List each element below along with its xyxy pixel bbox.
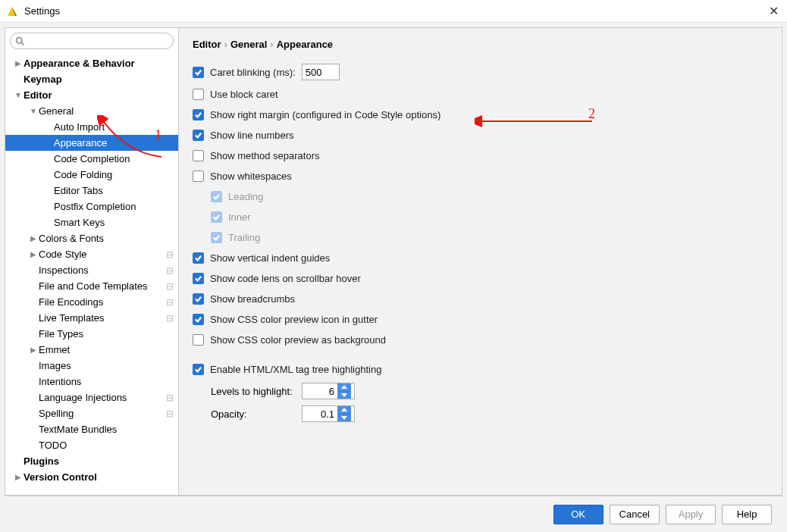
tree-item[interactable]: Live Templates⊟ xyxy=(5,310,178,326)
tree-item-label: Keymap xyxy=(24,74,174,85)
tree-item[interactable]: Keymap xyxy=(5,71,178,87)
tree-item-label: Editor xyxy=(24,89,174,101)
opt-whitespaces[interactable]: Show whitespaces xyxy=(193,169,768,183)
tree-item[interactable]: Auto Import xyxy=(5,119,178,135)
checkbox-icon[interactable] xyxy=(193,150,204,161)
tree-item[interactable]: ▼General xyxy=(5,103,178,119)
search-input-wrap[interactable] xyxy=(10,33,174,49)
label: Show CSS color preview as background xyxy=(210,334,386,346)
opt-line-numbers[interactable]: Show line numbers xyxy=(193,128,768,142)
scheme-icon: ⊟ xyxy=(166,265,174,276)
svg-point-0 xyxy=(17,37,22,42)
label: Show line numbers xyxy=(210,130,294,141)
tree-item[interactable]: Inspections⊟ xyxy=(5,262,178,278)
tree-item[interactable]: ▼Editor xyxy=(5,87,178,103)
tree-item[interactable]: Plugins xyxy=(5,453,178,469)
checkbox-icon[interactable] xyxy=(193,89,204,100)
checkbox-icon[interactable] xyxy=(193,252,204,264)
svg-marker-4 xyxy=(341,408,347,412)
opt-css-gutter[interactable]: Show CSS color preview icon in gutter xyxy=(193,312,768,326)
tree-item-label: Intentions xyxy=(39,376,174,387)
spinner-down-icon[interactable] xyxy=(337,392,351,399)
checkbox-icon[interactable] xyxy=(193,293,204,305)
search-input[interactable] xyxy=(28,36,168,46)
tree-item-label: Plugins xyxy=(24,455,174,467)
tree-item[interactable]: ▶Version Control xyxy=(5,469,178,485)
tree-item-label: Postfix Completion xyxy=(54,201,174,212)
checkbox-icon[interactable] xyxy=(193,314,204,325)
tree-item[interactable]: File Encodings⊟ xyxy=(5,294,178,310)
tree-item-label: General xyxy=(39,105,174,117)
tree-item-label: Spelling xyxy=(39,408,163,419)
tree-item-label: Editor Tabs xyxy=(54,185,174,196)
tree-item[interactable]: Spelling⊟ xyxy=(5,405,178,421)
tree-item[interactable]: Language Injections⊟ xyxy=(5,390,178,405)
tree-item[interactable]: Editor Tabs xyxy=(5,183,178,199)
caret-ms-input[interactable] xyxy=(302,64,340,80)
svg-marker-3 xyxy=(341,393,347,397)
label: Show breadcrumbs xyxy=(210,293,295,305)
label: Inner xyxy=(228,211,251,223)
tree-item[interactable]: File Types xyxy=(5,326,178,342)
spinner-up-icon[interactable] xyxy=(337,406,351,415)
opt-vertical-indent[interactable]: Show vertical indent guides xyxy=(193,251,768,264)
apply-button[interactable]: Apply xyxy=(666,505,716,524)
breadcrumb: Editor›General›Appearance xyxy=(193,39,768,50)
label: Show CSS color preview icon in gutter xyxy=(210,314,378,325)
tree-item[interactable]: ▶Emmet xyxy=(5,342,178,358)
opt-breadcrumbs[interactable]: Show breadcrumbs xyxy=(193,292,768,305)
opt-code-lens[interactable]: Show code lens on scrollbar hover xyxy=(193,271,768,285)
label: Show right margin (configured in Code St… xyxy=(210,109,441,120)
tree-item[interactable]: Appearance xyxy=(5,135,178,151)
checkbox-icon[interactable] xyxy=(193,273,204,284)
tree-item[interactable]: Postfix Completion xyxy=(5,199,178,214)
spinner-down-icon[interactable] xyxy=(337,415,351,422)
tree-item[interactable]: ▶Colors & Fonts xyxy=(5,230,178,246)
field-opacity: Opacity: xyxy=(211,405,768,422)
breadcrumb-editor: Editor xyxy=(193,39,221,50)
opt-right-margin[interactable]: Show right margin (configured in Code St… xyxy=(193,108,768,121)
svg-marker-2 xyxy=(341,385,347,389)
tree-item-label: File and Code Templates xyxy=(39,280,163,292)
svg-marker-5 xyxy=(341,416,347,420)
tree-item[interactable]: Code Folding xyxy=(5,167,178,183)
checkbox-icon[interactable] xyxy=(193,130,204,141)
tree-item[interactable]: TextMate Bundles xyxy=(5,421,178,437)
checkbox-icon[interactable] xyxy=(193,364,204,375)
checkbox-icon[interactable] xyxy=(193,334,204,346)
scheme-icon: ⊟ xyxy=(166,281,174,292)
settings-tree[interactable]: ▶Appearance & BehaviorKeymap▼Editor▼Gene… xyxy=(5,54,178,495)
tree-item[interactable]: File and Code Templates⊟ xyxy=(5,278,178,294)
label: Show code lens on scrollbar hover xyxy=(210,273,361,284)
label: Caret blinking (ms): xyxy=(210,67,296,78)
close-icon[interactable]: ✕ xyxy=(766,4,781,18)
tree-item[interactable]: Smart Keys xyxy=(5,214,178,230)
tree-item[interactable]: Intentions xyxy=(5,374,178,390)
opt-block-caret[interactable]: Use block caret xyxy=(193,87,768,101)
tree-item-label: Appearance xyxy=(54,137,174,149)
tree-item[interactable]: ▶Code Style⊟ xyxy=(5,246,178,262)
tree-item[interactable]: TODO xyxy=(5,437,178,453)
levels-spinner[interactable] xyxy=(302,383,355,399)
ok-button[interactable]: OK xyxy=(553,505,604,524)
opt-css-bg[interactable]: Show CSS color preview as background xyxy=(193,333,768,346)
spinner-up-icon[interactable] xyxy=(337,383,351,392)
cancel-button[interactable]: Cancel xyxy=(610,505,660,524)
help-button[interactable]: Help xyxy=(722,505,772,524)
checkbox-icon[interactable] xyxy=(193,109,204,120)
opt-caret-blinking[interactable]: Caret blinking (ms): xyxy=(193,64,768,80)
label: Opacity: xyxy=(211,408,302,420)
expand-arrow-icon: ▼ xyxy=(28,107,39,115)
tree-item[interactable]: ▶Appearance & Behavior xyxy=(5,55,178,71)
levels-input[interactable] xyxy=(303,383,337,399)
opacity-input[interactable] xyxy=(303,406,337,421)
opt-method-sep[interactable]: Show method separators xyxy=(193,149,768,162)
tree-item[interactable]: Images xyxy=(5,358,178,374)
tree-item-label: Auto Import xyxy=(54,121,174,133)
opt-html-xml[interactable]: Enable HTML/XML tag tree highlighting xyxy=(193,362,768,376)
expand-arrow-icon: ▶ xyxy=(13,473,24,481)
checkbox-icon[interactable] xyxy=(193,67,204,78)
tree-item[interactable]: Code Completion xyxy=(5,151,178,167)
checkbox-icon[interactable] xyxy=(193,171,204,182)
opacity-spinner[interactable] xyxy=(302,405,355,422)
